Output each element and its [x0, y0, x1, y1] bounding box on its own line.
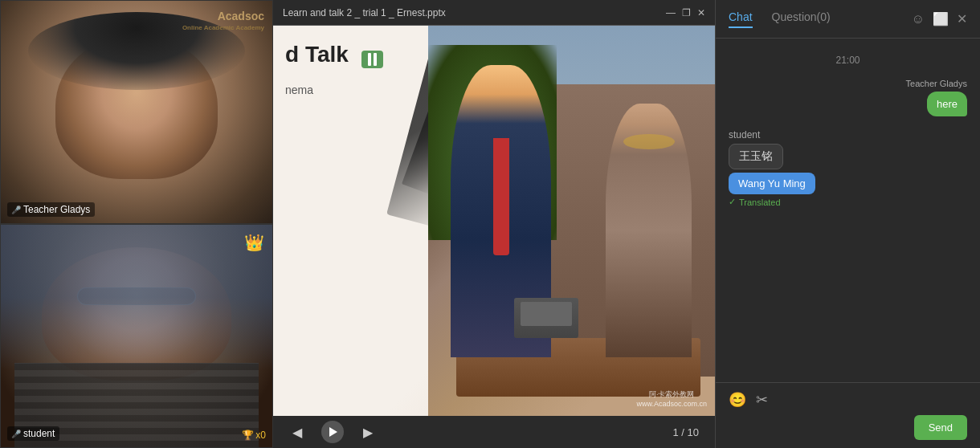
- slide-photo-inner: 阿·卡索外教网 www.Acadsoc.com.cn: [428, 26, 716, 416]
- student-video-feed: 👑 🎤 student 🏆 x0: [0, 224, 273, 448]
- right-panel: Chat Question(0) ☺ ⬜ ✕ 21:00 Teacher Gla…: [715, 0, 980, 448]
- slide-total: 10: [688, 426, 699, 438]
- translated-bubble: Wang Yu Ming: [729, 173, 815, 194]
- tab-question[interactable]: Question(0): [772, 10, 831, 28]
- toolbar-left: 😊 ✂: [729, 391, 768, 409]
- teacher-video-feed: Acadsoc Online Academic Academy 🎤 Teache…: [0, 0, 273, 224]
- expand-icon[interactable]: ⬜: [933, 11, 949, 26]
- left-panel: Acadsoc Online Academic Academy 🎤 Teache…: [0, 0, 273, 448]
- trophy-count: 🏆 x0: [242, 430, 266, 441]
- pause-bar-1: [368, 53, 371, 66]
- chinese-text-bubble: 王玉铭: [729, 144, 783, 169]
- translated-tag: ✓ Translated: [729, 197, 967, 207]
- presentation-title: Learn and talk 2 _ trial 1 _ Ernest.pptx: [283, 7, 446, 18]
- play-triangle-icon: [329, 427, 337, 437]
- slide-title: d Talk: [285, 42, 349, 67]
- send-button[interactable]: Send: [914, 415, 967, 440]
- minimize-button[interactable]: —: [666, 7, 676, 18]
- teacher-message-bubble: here: [927, 92, 967, 116]
- slide-nav: ◀ ▶: [289, 421, 376, 443]
- crown-icon: 👑: [244, 233, 264, 252]
- chat-input[interactable]: [729, 422, 908, 434]
- chat-timestamp: 21:00: [729, 55, 967, 66]
- chat-header: Chat Question(0) ☺ ⬜ ✕: [716, 0, 980, 39]
- play-pause-button[interactable]: [321, 421, 344, 443]
- watermark-line1: 阿·卡索外教网: [636, 389, 707, 400]
- presentation-titlebar: Learn and talk 2 _ trial 1 _ Ernest.pptx…: [273, 0, 715, 26]
- student-name-label: student: [23, 428, 55, 439]
- teacher-mic-icon: 🎤: [12, 204, 20, 215]
- scissors-button[interactable]: ✂: [756, 391, 768, 409]
- photo-laptop: [514, 298, 578, 338]
- student-message-label: student: [729, 129, 967, 141]
- pause-bars: [368, 53, 377, 66]
- pause-bar-2: [374, 53, 377, 66]
- restore-button[interactable]: ❐: [682, 7, 691, 18]
- next-slide-button[interactable]: ▶: [360, 422, 376, 443]
- slide-inner: d Talk nema: [273, 26, 715, 416]
- acadsoc-overlay: Acadsoc Online Academic Academy: [182, 9, 264, 32]
- teacher-message-sender: Teacher Gladys: [906, 79, 967, 88]
- slide-current: 1: [672, 426, 678, 438]
- prev-slide-button[interactable]: ◀: [289, 422, 305, 443]
- photo-necklace: [623, 134, 675, 149]
- tab-chat[interactable]: Chat: [729, 10, 753, 28]
- presentation-content: d Talk nema: [273, 26, 715, 448]
- emoji-button[interactable]: 😊: [729, 391, 746, 409]
- photo-person-right: [606, 104, 692, 357]
- slide-area: d Talk nema: [273, 26, 715, 416]
- acadsoc-sub-text: Online Academic Academy: [182, 24, 264, 32]
- check-icon: ✓: [729, 197, 736, 207]
- slide-counter: 1 / 10: [672, 426, 699, 438]
- translated-label: Translated: [739, 198, 781, 207]
- slide-photo: 阿·卡索外教网 www.Acadsoc.com.cn: [428, 26, 716, 416]
- titlebar-controls: — ❐ ✕: [666, 7, 705, 18]
- slide-title-row: d Talk: [285, 42, 442, 77]
- chat-tabs: Chat Question(0): [729, 10, 831, 28]
- slide-separator: /: [681, 426, 687, 438]
- student-message-block: student 王玉铭 Wang Yu Ming ✓ Translated: [729, 129, 967, 207]
- chat-messages: 21:00 Teacher Gladys here student 王玉铭 Wa…: [716, 39, 980, 382]
- watermark-line2: www.Acadsoc.com.cn: [636, 400, 707, 408]
- student-bg-blue: [1, 225, 272, 369]
- teacher-name-label: Teacher Gladys: [23, 204, 90, 215]
- chat-input-row: Send: [729, 415, 967, 440]
- acadsoc-logo-text: Acadsoc: [218, 10, 264, 22]
- close-button[interactable]: ✕: [697, 7, 705, 18]
- chat-toolbar: 😊 ✂: [729, 391, 967, 409]
- trophy-icon: 🏆: [242, 430, 254, 441]
- center-panel: Learn and talk 2 _ trial 1 _ Ernest.pptx…: [273, 0, 715, 448]
- smiley-header-icon[interactable]: ☺: [912, 12, 925, 26]
- laptop-screen: [521, 302, 572, 326]
- student-label: 🎤 student: [7, 426, 59, 441]
- slide-controls: ◀ ▶ 1 / 10: [273, 416, 715, 448]
- teacher-message-row: Teacher Gladys here: [729, 79, 967, 116]
- chat-header-icons: ☺ ⬜ ✕: [912, 11, 967, 26]
- chat-footer: 😊 ✂ Send: [716, 382, 980, 448]
- slide-watermark: 阿·卡索外教网 www.Acadsoc.com.cn: [636, 389, 707, 408]
- trophy-number: x0: [255, 430, 266, 441]
- teacher-label: 🎤 Teacher Gladys: [7, 202, 95, 217]
- close-chat-icon[interactable]: ✕: [957, 11, 967, 26]
- photo-red-tie: [493, 138, 509, 255]
- student-mic-icon: 🎤: [12, 428, 20, 439]
- pause-icon: [361, 51, 383, 68]
